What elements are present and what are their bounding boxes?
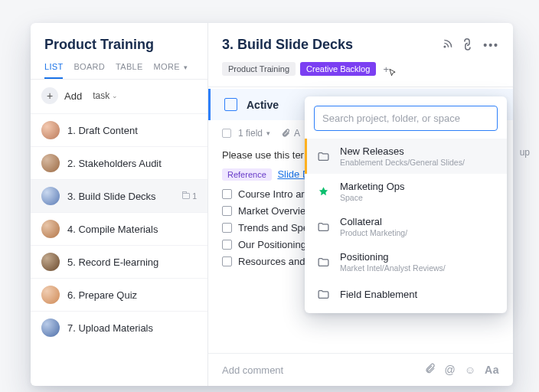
dropdown-item-title: New Releases: [340, 145, 465, 157]
avatar: [41, 187, 60, 205]
comment-input[interactable]: Add comment: [222, 364, 415, 376]
task-label: 2. Stakeholders Audit: [67, 158, 162, 169]
chevron-down-icon: ⌄: [112, 92, 118, 100]
link-icon[interactable]: [459, 36, 477, 54]
status-label: Active: [247, 99, 279, 111]
tab-board[interactable]: BOARD: [74, 62, 105, 71]
add-task-row[interactable]: + Add task⌄: [31, 80, 207, 113]
folder-icon: [315, 149, 331, 164]
folder-icon: [315, 219, 331, 234]
task-label: 1. Draft Content: [67, 125, 138, 136]
dropdown-item-title: Collateral: [340, 216, 407, 227]
checkbox-icon: [222, 206, 232, 216]
checkbox-icon: [222, 240, 232, 250]
dropdown-item[interactable]: Field Enablement: [305, 279, 507, 309]
checkbox-icon: [222, 256, 232, 266]
reference-chip[interactable]: Reference: [222, 168, 272, 181]
tab-more[interactable]: MORE ▾: [154, 62, 188, 71]
task-label: 6. Prepare Quiz: [67, 289, 137, 301]
avatar: [41, 286, 60, 304]
folder-icon: [182, 193, 190, 199]
truncated-text: up: [520, 147, 530, 158]
add-label: Add: [64, 90, 82, 102]
emoji-icon[interactable]: ☺: [465, 364, 475, 376]
add-tag-button[interactable]: +: [381, 64, 391, 74]
task-item[interactable]: 2. Stakeholders Audit: [31, 146, 207, 179]
fields-button[interactable]: 1 field▾: [222, 128, 270, 139]
attach-button[interactable]: A: [281, 128, 300, 139]
task-item[interactable]: 6. Prepare Quiz: [31, 278, 207, 311]
app-window: Product Training LIST BOARD TABLE MORE ▾…: [31, 23, 513, 386]
dropdown-item-sub: Enablement Decks/General Slides/: [340, 158, 465, 167]
more-menu-icon[interactable]: •••: [483, 39, 499, 51]
location-dropdown: New Releases Enablement Decks/General Sl…: [305, 96, 507, 313]
chevron-down-icon: ▾: [184, 64, 188, 71]
task-item[interactable]: 1. Draft Content: [31, 113, 207, 146]
search-input[interactable]: [314, 106, 498, 131]
view-tabs: LIST BOARD TABLE MORE ▾: [44, 62, 194, 71]
task-item[interactable]: 7. Upload Materials: [31, 311, 207, 344]
page-title: 3. Build Slide Decks: [222, 37, 443, 53]
sidebar-title: Product Training: [44, 37, 194, 53]
mention-icon[interactable]: @: [445, 364, 456, 376]
attachment-icon[interactable]: [424, 363, 436, 377]
task-label: 5. Record E-learning: [67, 256, 158, 268]
task-type-selector[interactable]: task⌄: [88, 89, 122, 103]
checkbox-icon: [222, 223, 232, 233]
tab-table[interactable]: TABLE: [116, 62, 143, 71]
task-list: 1. Draft Content 2. Stakeholders Audit 3…: [31, 113, 207, 386]
folder-icon: [315, 254, 331, 270]
avatar: [41, 253, 60, 271]
dropdown-item[interactable]: Collateral Product Marketing/: [305, 209, 507, 244]
folder-icon: [315, 286, 331, 302]
sidebar: Product Training LIST BOARD TABLE MORE ▾…: [31, 23, 208, 386]
dropdown-item-sub: Market Intel/Analyst Reviews/: [340, 263, 446, 273]
task-label: 7. Upload Materials: [67, 322, 153, 334]
dropdown-item[interactable]: New Releases Enablement Decks/General Sl…: [305, 139, 507, 174]
cursor-icon: [388, 68, 398, 80]
format-icon[interactable]: Aa: [485, 364, 499, 376]
avatar: [41, 318, 60, 337]
tag-backlog[interactable]: Creative Backlog: [300, 62, 376, 76]
task-label: 3. Build Slide Decks: [67, 191, 156, 202]
task-item[interactable]: 4. Compile Materials: [31, 212, 207, 245]
dropdown-item-title: Positioning: [340, 251, 446, 263]
dropdown-item-title: Marketing Ops: [340, 181, 405, 192]
rss-icon[interactable]: [443, 38, 453, 51]
space-icon: [315, 184, 331, 199]
dropdown-item[interactable]: Positioning Market Intel/Analyst Reviews…: [305, 244, 507, 279]
tag-project[interactable]: Product Training: [222, 62, 296, 76]
folder-count-badge: 1: [182, 191, 197, 201]
avatar: [41, 154, 60, 172]
field-icon: [222, 129, 231, 138]
plus-icon: +: [41, 87, 58, 104]
dropdown-item-title: Field Enablement: [340, 289, 417, 300]
dropdown-item-sub: Space: [340, 193, 405, 202]
complete-checkbox[interactable]: [224, 98, 237, 111]
svg-point-0: [444, 46, 446, 47]
checkbox-icon: [222, 189, 232, 199]
avatar: [41, 220, 60, 238]
dropdown-item[interactable]: Marketing Ops Space: [305, 174, 507, 209]
task-item[interactable]: 5. Record E-learning: [31, 245, 207, 278]
task-item[interactable]: 3. Build Slide Decks 1: [31, 179, 207, 212]
avatar: [41, 121, 60, 139]
task-label: 4. Compile Materials: [67, 224, 158, 235]
comment-bar: Add comment @ ☺ Aa: [208, 353, 513, 386]
tab-list[interactable]: LIST: [44, 62, 63, 71]
dropdown-item-sub: Product Marketing/: [340, 228, 407, 237]
